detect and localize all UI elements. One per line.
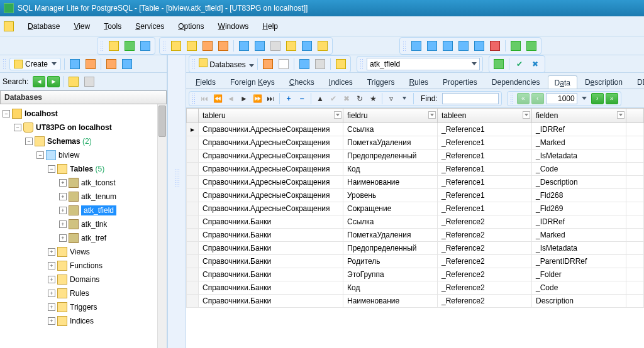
search-opt-icon[interactable]: [82, 75, 96, 89]
add-icon[interactable]: [492, 57, 506, 71]
bookmark-icon[interactable]: ★: [367, 93, 379, 104]
cell[interactable]: Наименование: [343, 176, 438, 189]
window-cascade-icon[interactable]: [425, 39, 439, 53]
menu-help[interactable]: Help: [256, 19, 284, 33]
cell[interactable]: _Reference2: [438, 229, 532, 242]
tool-icon[interactable]: [237, 39, 251, 53]
cell[interactable]: Наименование: [343, 295, 438, 308]
cell[interactable]: Справочники.Банки: [199, 255, 343, 268]
tab-foreign-keys[interactable]: Foreign Keys: [223, 75, 282, 89]
cell[interactable]: _Reference2: [438, 255, 532, 268]
tab-dependencies[interactable]: Dependencies: [485, 75, 547, 89]
tree-table-item[interactable]: +atk_tlnk: [1, 217, 165, 231]
tool-icon[interactable]: [185, 39, 199, 53]
cell[interactable]: _Reference1: [438, 189, 532, 202]
cell[interactable]: ПометкаУдаления: [343, 229, 438, 242]
minus-icon[interactable]: −: [296, 93, 308, 104]
table-row[interactable]: Справочники.АдресныеСокращенияКод_Refere…: [187, 163, 644, 176]
table-row[interactable]: Справочники.БанкиПредопределенный_Refere…: [187, 242, 644, 255]
refresh-icon[interactable]: [297, 57, 311, 71]
tree-table-item[interactable]: +atk_tfield: [1, 204, 165, 217]
prev-page-icon[interactable]: ⏪: [212, 93, 223, 104]
filter-icon[interactable]: ▿: [386, 93, 397, 104]
cell[interactable]: _Reference1: [438, 150, 532, 163]
tree-rules[interactable]: +Rules: [1, 286, 165, 300]
tool-icon[interactable]: [277, 57, 291, 71]
search-prev-button[interactable]: ◄: [33, 76, 45, 87]
cell[interactable]: ПометкаУдаления: [343, 136, 438, 150]
cell[interactable]: Ссылка: [343, 123, 438, 136]
tree-triggers[interactable]: +Triggers: [1, 300, 165, 314]
tab-dd[interactable]: DD: [630, 75, 644, 89]
tool-icon[interactable]: [313, 57, 327, 71]
menu-services[interactable]: Services: [129, 19, 170, 33]
cell[interactable]: _Marked: [532, 136, 626, 150]
cell[interactable]: Уровень: [343, 189, 438, 202]
refresh-icon[interactable]: ↻: [354, 93, 365, 104]
filter-dropdown-icon[interactable]: [399, 93, 410, 104]
tool-icon[interactable]: [169, 39, 183, 53]
column-header[interactable]: fielden: [532, 109, 626, 123]
tree-table-item[interactable]: +atk_tconst: [1, 176, 165, 190]
cell[interactable]: _Reference1: [438, 136, 532, 150]
nav-fwd-icon[interactable]: [525, 39, 538, 53]
tool-icon[interactable]: [104, 57, 118, 71]
tab-data[interactable]: Data: [548, 75, 577, 89]
cell[interactable]: _Fld269: [532, 202, 626, 215]
page-count-input[interactable]: [546, 93, 577, 104]
table-row[interactable]: Справочники.БанкиЭтоГруппа_Reference2_Fo…: [187, 268, 644, 281]
table-row[interactable]: Справочники.БанкиСсылка_Reference2_IDRRe…: [187, 215, 644, 229]
tool-icon[interactable]: [261, 57, 275, 71]
databases-dropdown[interactable]: Databases: [199, 58, 254, 69]
tab-checks[interactable]: Checks: [282, 75, 321, 89]
table-row[interactable]: Справочники.АдресныеСокращенияНаименован…: [187, 176, 644, 189]
tree-views[interactable]: +Views: [1, 245, 165, 259]
cell[interactable]: _IsMetadata: [532, 242, 626, 255]
tree-schemas[interactable]: −Schemas (2): [1, 134, 165, 148]
tool-icon[interactable]: [284, 39, 298, 53]
data-grid[interactable]: tablerufieldrutableenfielden ▸Справочник…: [186, 108, 644, 348]
cell[interactable]: Справочники.АдресныеСокращения: [199, 202, 343, 215]
menu-view[interactable]: View: [67, 19, 96, 33]
cell[interactable]: _Reference2: [438, 215, 532, 229]
close-icon[interactable]: ✖: [528, 57, 542, 71]
cell[interactable]: Справочники.Банки: [199, 242, 343, 255]
cell[interactable]: Справочники.АдресныеСокращения: [199, 123, 343, 136]
cell[interactable]: Справочники.Банки: [199, 295, 343, 308]
tree-indices[interactable]: +Indices: [1, 314, 165, 328]
cell[interactable]: Справочники.АдресныеСокращения: [199, 176, 343, 189]
cell[interactable]: Справочники.Банки: [199, 268, 343, 281]
tab-rules[interactable]: Rules: [402, 75, 435, 89]
cell[interactable]: Предопределенный: [343, 150, 438, 163]
cell[interactable]: _IsMetadata: [532, 150, 626, 163]
tab-properties[interactable]: Properties: [436, 75, 484, 89]
tree-functions[interactable]: +Functions: [1, 259, 165, 273]
find-input[interactable]: [442, 93, 499, 104]
next-record-icon[interactable]: ►: [238, 93, 250, 104]
tool-icon[interactable]: [316, 39, 330, 53]
window-tile-icon[interactable]: [409, 39, 423, 53]
tool-icon[interactable]: [201, 39, 214, 53]
cell[interactable]: _Reference1: [438, 163, 532, 176]
prev-record-icon[interactable]: ◄: [225, 93, 236, 104]
table-row[interactable]: Справочники.БанкиРодитель_Reference2_Par…: [187, 255, 644, 268]
cell[interactable]: Код: [343, 163, 438, 176]
cell[interactable]: _Folder: [532, 268, 626, 281]
column-header[interactable]: tableru: [199, 109, 343, 123]
tool-icon[interactable]: [84, 57, 97, 71]
cell[interactable]: _Reference1: [438, 202, 532, 215]
table-row[interactable]: Справочники.БанкиКод_Reference2_Code: [187, 281, 644, 295]
cell[interactable]: _Description: [532, 176, 626, 189]
menu-options[interactable]: Options: [172, 19, 210, 33]
nav-back-icon[interactable]: [509, 39, 523, 53]
window-tile-v-icon[interactable]: [457, 39, 470, 53]
cell[interactable]: ЭтоГруппа: [343, 268, 438, 281]
cell[interactable]: _Fld268: [532, 189, 626, 202]
tab-description[interactable]: Description: [578, 75, 630, 89]
cell[interactable]: _Code: [532, 163, 626, 176]
cell[interactable]: _Marked: [532, 229, 626, 242]
column-filter-icon[interactable]: [334, 111, 341, 119]
check-icon[interactable]: ✔: [513, 57, 526, 71]
cell[interactable]: Родитель: [343, 255, 438, 268]
page-prev-button[interactable]: ‹: [531, 93, 544, 104]
